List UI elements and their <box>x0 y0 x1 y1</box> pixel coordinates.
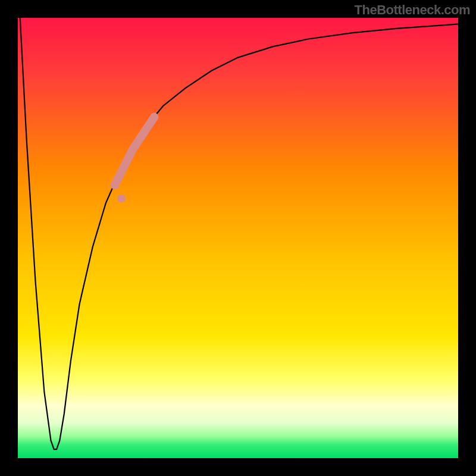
chart-container: TheBottleneck.com <box>0 0 476 476</box>
bottleneck-chart <box>0 0 476 476</box>
plot-background <box>18 18 458 458</box>
watermark-text: TheBottleneck.com <box>355 2 470 18</box>
highlight-dot <box>117 194 126 202</box>
